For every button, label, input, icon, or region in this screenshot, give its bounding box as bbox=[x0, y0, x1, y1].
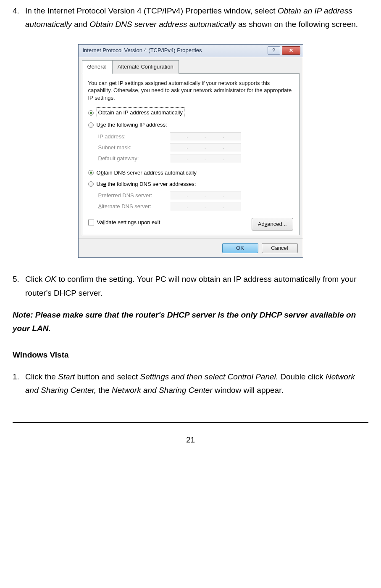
step-4: 4. In the Internet Protocol Version 4 (T… bbox=[13, 4, 368, 32]
ip-address-label: IP address:IP address: bbox=[98, 132, 170, 141]
radio-obtain-ip-label: OObtain an IP address automaticallybtain… bbox=[97, 107, 184, 118]
dns-fields: Preferred DNS server:Preferred DNS serve… bbox=[98, 191, 293, 211]
checkbox-icon bbox=[88, 220, 94, 225]
radio-obtain-dns-label: Obtain DNS server address automaticallyO… bbox=[97, 168, 197, 177]
subnet-row: Subnet mask:Subnet mask: ... bbox=[98, 143, 293, 152]
ok-button[interactable]: OK bbox=[222, 243, 258, 253]
tab-general[interactable]: General bbox=[82, 60, 112, 74]
button-bar: OK Cancel bbox=[79, 238, 303, 257]
alt-dns-input: ... bbox=[170, 202, 241, 211]
preferred-dns-label: Preferred DNS server:Preferred DNS serve… bbox=[98, 191, 170, 200]
dhcp-note: Note: Please make sure that the router's… bbox=[13, 308, 368, 336]
vs1-p4: the bbox=[96, 386, 112, 395]
help-icon: ? bbox=[272, 46, 275, 55]
preferred-dns-input: ... bbox=[170, 191, 241, 200]
validate-label: Validate settings upon exitValidate sett… bbox=[97, 218, 160, 227]
step-4-text: In the Internet Protocol Version 4 (TCP/… bbox=[25, 4, 368, 32]
step-5-prefix: Click bbox=[25, 275, 45, 283]
vs1-p5: window will appear. bbox=[213, 386, 284, 395]
cancel-button[interactable]: Cancel bbox=[262, 243, 298, 253]
ip-address-input: ... bbox=[170, 132, 241, 141]
step-5-number: 5. bbox=[13, 273, 25, 300]
gateway-label: Default gateway:Default gateway: bbox=[98, 154, 170, 163]
vs1-p3: Double click bbox=[280, 372, 326, 381]
vista-step-1-number: 1. bbox=[13, 370, 25, 397]
alt-dns-label: Alternate DNS server:Alternate DNS serve… bbox=[98, 202, 170, 211]
close-button[interactable]: ✕ bbox=[282, 46, 300, 55]
radio-use-ip[interactable]: Use the following IP address:Use the fol… bbox=[88, 120, 293, 130]
help-button[interactable]: ? bbox=[268, 46, 280, 55]
gateway-input: ... bbox=[170, 154, 241, 163]
alt-dns-row: Alternate DNS server:Alternate DNS serve… bbox=[98, 202, 293, 211]
vs1-p1: Click the bbox=[25, 372, 58, 381]
description-text: You can get IP settings assigned automat… bbox=[88, 79, 293, 102]
step-4-suffix: as shown on the following screen. bbox=[236, 20, 358, 29]
step-4-mid: and bbox=[72, 20, 89, 29]
dialog-title: Internet Protocol Version 4 (TCP/IPv4) P… bbox=[83, 46, 268, 55]
tcpip-properties-dialog: Internet Protocol Version 4 (TCP/IPv4) P… bbox=[78, 44, 303, 258]
page-number: 21 bbox=[186, 435, 195, 444]
step-5-suffix: to confirm the setting. Your PC will now… bbox=[25, 275, 357, 297]
step-5: 5. Click OK to confirm the setting. Your… bbox=[13, 273, 368, 300]
radio-icon bbox=[88, 122, 94, 128]
general-panel: You can get IP settings assigned automat… bbox=[82, 73, 300, 236]
titlebar-buttons: ? ✕ bbox=[268, 46, 300, 55]
dialog-titlebar: Internet Protocol Version 4 (TCP/IPv4) P… bbox=[79, 45, 303, 57]
vista-step-1: 1. Click the Start button and select Set… bbox=[13, 370, 368, 397]
vs1-p2: button and select bbox=[75, 372, 140, 381]
step-4-prefix: In the Internet Protocol Version 4 (TCP/… bbox=[25, 6, 278, 15]
step-5-text: Click OK to confirm the setting. Your PC… bbox=[25, 273, 368, 300]
subnet-input: ... bbox=[170, 143, 241, 152]
radio-use-dns-label: Use the following DNS server addresses:U… bbox=[97, 180, 196, 189]
tab-alternate-configuration[interactable]: Alternate Configuration bbox=[112, 60, 179, 74]
preferred-dns-row: Preferred DNS server:Preferred DNS serve… bbox=[98, 191, 293, 200]
radio-icon bbox=[88, 110, 94, 116]
radio-icon bbox=[88, 181, 94, 187]
ip-fields: IP address:IP address: ... Subnet mask:S… bbox=[98, 132, 293, 163]
subnet-label: Subnet mask:Subnet mask: bbox=[98, 143, 170, 152]
radio-icon bbox=[88, 170, 94, 175]
vista-step-1-text: Click the Start button and select Settin… bbox=[25, 370, 368, 397]
step-4-number: 4. bbox=[13, 4, 25, 32]
radio-obtain-ip-auto[interactable]: OObtain an IP address automaticallybtain… bbox=[88, 107, 293, 118]
radio-use-ip-label: Use the following IP address:Use the fol… bbox=[97, 120, 167, 130]
ip-address-row: IP address:IP address: ... bbox=[98, 132, 293, 141]
tabs-row: General Alternate Configuration bbox=[79, 57, 303, 73]
page-footer: 21 bbox=[13, 422, 368, 447]
step-4-italic-2: Obtain DNS server address automatically bbox=[89, 20, 236, 29]
windows-vista-heading: Windows Vista bbox=[13, 348, 368, 362]
dialog-screenshot: Internet Protocol Version 4 (TCP/IPv4) P… bbox=[13, 44, 368, 258]
vs1-i4: Network and Sharing Center bbox=[112, 386, 213, 395]
radio-use-dns[interactable]: Use the following DNS server addresses:U… bbox=[88, 180, 293, 189]
close-icon: ✕ bbox=[289, 46, 293, 55]
step-5-ok: OK bbox=[45, 275, 56, 283]
advanced-button[interactable]: Advanced...Advanced... bbox=[252, 218, 293, 230]
radio-obtain-dns-auto[interactable]: Obtain DNS server address automaticallyO… bbox=[88, 168, 293, 177]
gateway-row: Default gateway:Default gateway: ... bbox=[98, 154, 293, 163]
vs1-i2: Settings and then select Control Panel. bbox=[140, 372, 281, 381]
vs1-i1: Start bbox=[58, 372, 75, 381]
